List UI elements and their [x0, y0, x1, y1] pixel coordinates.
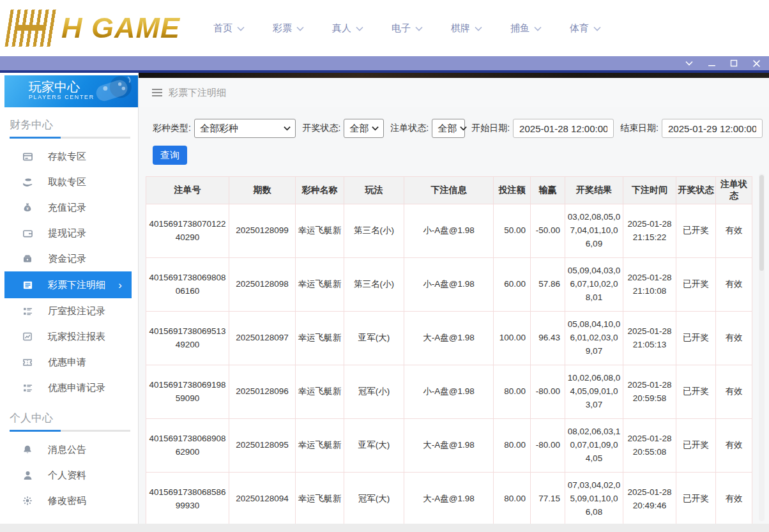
nav-item-label: 真人 — [332, 22, 351, 34]
table-cell: 已开奖 — [676, 365, 716, 419]
table-cell: 80.00 — [494, 473, 531, 524]
column-header: 注单状态 — [716, 177, 752, 204]
table-cell: 50.00 — [494, 204, 531, 258]
table-cell: 有效 — [716, 419, 752, 473]
sidebar-item-lottery-bet-details[interactable]: 彩票下注明细› — [4, 271, 132, 298]
table-row: 40156917380701224029020250128099幸运飞艇新第三名… — [146, 204, 752, 258]
sidebar-item-change-password[interactable]: 修改密码 — [4, 488, 138, 513]
sidebar-item-label: 玩家投注报表 — [48, 331, 105, 343]
table-cell: 有效 — [716, 365, 752, 419]
window-maximize-button[interactable] — [727, 57, 740, 69]
search-button[interactable]: 查询 — [153, 146, 187, 165]
start-date-input[interactable] — [513, 119, 614, 138]
content-row: 玩家中心 PLAYERS CENTER 财务中心存款专区取款专区¥充值记录提现记… — [0, 73, 769, 524]
lottery-type-value: 全部彩种 — [200, 123, 238, 135]
bet-table: 注单号期数彩种名称玩法下注信息投注额输赢开奖结果下注时间开奖状态注单状态 401… — [146, 176, 752, 524]
table-cell: 401569173806980806160 — [146, 258, 229, 312]
table-cell: 2025-01-28 20:59:58 — [623, 365, 676, 419]
table-cell: 幸运飞艇新 — [296, 312, 344, 365]
table-cell: -80.00 — [531, 365, 565, 419]
order-status-label: 注单状态: — [390, 123, 429, 134]
draw-status-label: 开奖状态: — [302, 123, 340, 134]
sidebar-item-withdraw-records[interactable]: 提现记录 — [4, 220, 138, 246]
table-cell: 2025-01-28 21:05:13 — [623, 312, 676, 365]
table-cell: 已开奖 — [676, 312, 716, 365]
table-cell: 60.00 — [494, 258, 531, 312]
table-cell: 401569173806890862900 — [146, 419, 229, 473]
sidebar-item-promo-apply[interactable]: 优惠申请 — [4, 349, 138, 375]
sidebar-item-label: 存款专区 — [48, 151, 86, 163]
scrollbar-thumb[interactable] — [759, 175, 764, 271]
sidebar-menu: 财务中心存款专区取款专区¥充值记录提现记录资金记录彩票下注明细›厅室投注记录玩家… — [4, 118, 138, 524]
breadcrumb: 彩票下注明细 — [139, 78, 769, 107]
order-status-select[interactable]: 全部 — [432, 119, 465, 138]
column-header: 下注时间 — [623, 177, 676, 204]
nav-item-1[interactable]: 首页 — [213, 22, 245, 34]
column-header: 注单号 — [146, 177, 229, 204]
window-minimize-button[interactable] — [705, 57, 718, 69]
draw-status-value: 全部 — [349, 123, 369, 135]
main-area: 彩票下注明细 彩种类型: 全部彩种 开奖状态: 全部 注单状态: 全部 — [139, 73, 769, 524]
top-nav: 首页彩票真人电子棋牌捕鱼体育 — [213, 22, 601, 34]
sidebar-item-deposit-zone[interactable]: 存款专区 — [4, 144, 138, 169]
wallet-icon — [22, 227, 33, 239]
column-header: 开奖状态 — [676, 177, 716, 204]
nav-item-5[interactable]: 棋牌 — [451, 22, 482, 34]
table-cell: 幸运飞艇新 — [296, 365, 344, 419]
table-cell: 有效 — [716, 312, 752, 365]
chevron-down-icon — [356, 26, 363, 31]
sidebar-item-promo-apply-records[interactable]: 优惠申请记录 — [4, 375, 138, 400]
table-cell: 大-A盘@1.98 — [404, 473, 494, 524]
window-dropdown-button[interactable] — [683, 57, 696, 69]
sidebar-item-recharge-records[interactable]: ¥充值记录 — [4, 195, 138, 220]
sidebar-item-profile[interactable]: 个人资料 — [4, 462, 138, 488]
table-cell: 小-A盘@1.98 — [404, 258, 494, 312]
nav-item-4[interactable]: 电子 — [392, 22, 423, 34]
sidebar-item-hall-bet-records[interactable]: 厅室投注记录 — [4, 298, 138, 324]
lottery-type-select[interactable]: 全部彩种 — [194, 119, 296, 138]
table-row: 40156917380698080616020250128098幸运飞艇新第三名… — [146, 258, 752, 312]
sidebar-item-label: 优惠申请记录 — [48, 382, 105, 394]
start-date-label: 开始日期: — [471, 123, 510, 134]
sidebar-item-label: 取款专区 — [48, 176, 86, 188]
table-cell: 小-A盘@1.98 — [404, 204, 494, 258]
sidebar-item-player-bet-report[interactable]: 玩家投注报表 — [4, 324, 138, 349]
draw-status-select[interactable]: 全部 — [344, 119, 384, 138]
purse-icon — [22, 253, 33, 264]
nav-item-label: 首页 — [213, 22, 232, 34]
column-header: 期数 — [229, 177, 296, 204]
table-cell: 有效 — [716, 473, 752, 524]
column-header: 彩种名称 — [296, 177, 344, 204]
top-header: H GAME 首页彩票真人电子棋牌捕鱼体育 — [0, 0, 769, 56]
vertical-scrollbar[interactable] — [759, 174, 765, 521]
table-row: 40156917380685869993020250128094幸运飞艇新冠军(… — [146, 473, 752, 524]
menu-icon[interactable] — [151, 88, 163, 97]
table-cell: 有效 — [716, 204, 752, 258]
sidebar-item-announcements[interactable]: 消息公告 — [4, 437, 138, 462]
table-cell: 20250128096 — [229, 365, 296, 419]
table-cell: 第三名(小) — [344, 258, 404, 312]
bet-table-wrap: 注单号期数彩种名称玩法下注信息投注额输赢开奖结果下注时间开奖状态注单状态 401… — [146, 176, 752, 524]
nav-item-7[interactable]: 体育 — [570, 22, 601, 34]
table-cell: 08,02,06,03,10,07,01,09,04,05 — [565, 419, 623, 473]
gamepad-icon — [86, 75, 137, 107]
section-underline — [10, 137, 130, 139]
nav-item-6[interactable]: 捕鱼 — [510, 22, 542, 34]
table-cell: 幸运飞艇新 — [296, 419, 344, 473]
sidebar-item-withdraw-zone[interactable]: 取款专区 — [4, 169, 138, 195]
table-cell: 冠军(大) — [344, 473, 404, 524]
sidebar-subtitle: PLAYERS CENTER — [29, 94, 138, 100]
nav-item-3[interactable]: 真人 — [332, 22, 363, 34]
order-status-value: 全部 — [438, 123, 457, 135]
nav-item-2[interactable]: 彩票 — [273, 22, 304, 34]
sidebar-item-label: 个人资料 — [48, 469, 86, 482]
table-cell: 幸运飞艇新 — [296, 473, 344, 524]
table-header-row: 注单号期数彩种名称玩法下注信息投注额输赢开奖结果下注时间开奖状态注单状态 — [146, 177, 752, 204]
table-cell: 100.00 — [494, 312, 531, 365]
sidebar: 玩家中心 PLAYERS CENTER 财务中心存款专区取款专区¥充值记录提现记… — [0, 73, 139, 524]
column-header: 投注额 — [494, 177, 531, 204]
end-date-input[interactable] — [662, 119, 763, 138]
sidebar-item-funds-records[interactable]: 资金记录 — [4, 246, 138, 271]
table-cell: 20250128099 — [229, 204, 296, 258]
window-close-button[interactable] — [750, 57, 763, 69]
